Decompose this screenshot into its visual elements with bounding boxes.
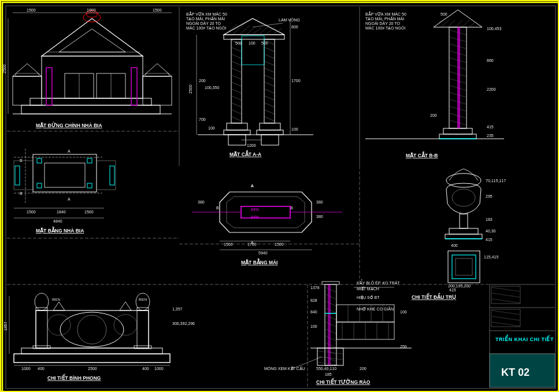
svg-rect-198	[456, 258, 472, 275]
svg-text:MÓNG XEM KẾT CẤU: MÓNG XEM KẾT CẤU	[264, 366, 305, 371]
svg-text:A: A	[68, 197, 71, 201]
svg-text:235: 235	[487, 134, 494, 138]
svg-text:1500: 1500	[27, 210, 36, 214]
label-chi-tiet-tuong-rao: CHI TIẾT TƯỜNG RÀO	[316, 378, 371, 385]
svg-text:100: 100	[291, 127, 298, 131]
svg-text:KẨY BLÔ ÉP, KO TRÁT: KẨY BLÔ ÉP, KO TRÁT	[357, 279, 400, 285]
svg-text:1378: 1378	[310, 286, 320, 290]
svg-text:550,40,110: 550,40,110	[316, 367, 336, 371]
svg-rect-173	[443, 128, 472, 134]
svg-text:1760: 1760	[247, 242, 257, 246]
svg-text:200: 200	[430, 113, 437, 117]
svg-text:MÁC 100# TẠO NGÓI: MÁC 100# TẠO NGÓI	[186, 25, 227, 31]
svg-rect-11	[131, 68, 137, 105]
svg-marker-20	[143, 64, 172, 76]
svg-text:1500: 1500	[224, 242, 233, 246]
drawing-number: KT 02	[501, 367, 530, 378]
svg-text:1700: 1700	[291, 79, 301, 83]
svg-rect-101	[260, 123, 280, 130]
svg-point-206	[77, 315, 106, 344]
svg-rect-34	[37, 183, 42, 188]
svg-rect-21	[16, 73, 39, 76]
svg-text:115,415: 115,415	[484, 255, 498, 259]
svg-line-66	[246, 27, 256, 35]
svg-line-157	[469, 23, 475, 27]
svg-text:TẠO MÁI, PHẦN MÁI: TẠO MÁI, PHẦN MÁI	[186, 16, 225, 21]
svg-rect-71	[224, 35, 284, 39]
svg-text:2200: 2200	[487, 87, 496, 91]
svg-text:A: A	[251, 184, 254, 188]
svg-line-288	[492, 287, 520, 291]
svg-text:828: 828	[310, 298, 317, 302]
svg-line-75	[232, 54, 241, 58]
svg-text:840: 840	[310, 310, 317, 314]
svg-text:NGOÀI DÀY 20 TO: NGOÀI DÀY 20 TO	[365, 21, 400, 25]
svg-line-74	[232, 47, 241, 51]
svg-text:2500: 2500	[188, 84, 192, 94]
svg-line-90	[265, 68, 274, 72]
svg-line-77	[232, 68, 241, 72]
svg-text:185: 185	[325, 372, 332, 376]
svg-text:NGOÀI DÀY 20 TO: NGOÀI DÀY 20 TO	[186, 21, 221, 25]
svg-rect-105	[261, 135, 279, 145]
svg-text:200: 200	[360, 367, 367, 371]
svg-point-207	[47, 315, 71, 335]
svg-point-188	[452, 189, 475, 206]
svg-rect-17	[13, 76, 42, 105]
svg-text:400: 400	[451, 243, 458, 247]
svg-text:LAM VÒNG: LAM VÒNG	[279, 17, 300, 22]
svg-line-79	[232, 82, 241, 86]
svg-text:MIẾT MẠCH: MIẾT MẠCH	[357, 286, 379, 291]
svg-line-84	[232, 117, 241, 121]
svg-rect-130	[241, 206, 290, 218]
label-trien-khai: TRIỂN KHAI CHI TIẾT	[495, 334, 554, 342]
svg-line-76	[232, 61, 241, 65]
svg-text:1,357: 1,357	[172, 307, 183, 311]
svg-rect-47	[110, 166, 114, 185]
svg-line-61	[253, 23, 283, 27]
svg-text:100,350: 100,350	[205, 86, 219, 90]
svg-rect-36	[45, 163, 85, 187]
svg-rect-0	[2, 2, 559, 392]
svg-rect-100	[224, 130, 250, 135]
svg-text:100: 100	[249, 41, 256, 45]
svg-text:400: 400	[142, 367, 149, 371]
svg-text:BIEN: BIEN	[52, 298, 60, 301]
label-chi-tiet-dau-tru: CHI TIẾT ĐẦU TRỤ	[412, 293, 456, 300]
svg-text:250: 250	[400, 345, 407, 349]
svg-text:4840: 4840	[53, 219, 62, 223]
svg-text:B: B	[20, 191, 23, 195]
svg-line-156	[462, 20, 469, 27]
svg-text:TẠO MÁI, PHẦN MÁI: TẠO MÁI, PHẦN MÁI	[365, 16, 404, 21]
svg-text:700: 700	[199, 117, 206, 121]
svg-text:380: 380	[316, 215, 323, 219]
svg-line-152	[436, 20, 442, 25]
svg-text:415: 415	[487, 125, 494, 129]
svg-rect-3	[21, 105, 160, 114]
svg-point-205	[60, 312, 124, 347]
svg-text:295: 295	[486, 194, 493, 198]
svg-rect-247	[328, 284, 331, 365]
svg-rect-1	[6, 6, 556, 389]
svg-line-292	[492, 310, 520, 315]
svg-rect-176	[457, 27, 460, 128]
svg-text:70,115,117: 70,115,117	[486, 179, 506, 183]
svg-line-67	[253, 28, 261, 34]
svg-line-155	[456, 20, 462, 27]
svg-text:1200: 1200	[247, 143, 256, 147]
svg-point-208	[114, 315, 137, 335]
svg-line-93	[265, 89, 274, 93]
svg-line-88	[265, 54, 274, 58]
svg-text:300,392,296: 300,392,296	[172, 321, 195, 326]
svg-marker-12	[42, 19, 143, 56]
svg-line-68	[260, 27, 268, 34]
svg-rect-186	[449, 228, 478, 234]
svg-text:1857: 1857	[3, 321, 8, 331]
svg-text:84%: 84%	[251, 208, 259, 212]
svg-text:380: 380	[198, 200, 205, 204]
svg-line-290	[492, 299, 520, 303]
svg-line-87	[265, 47, 274, 51]
svg-text:B: B	[20, 158, 23, 162]
cad-drawing: 1500 1900 1500 2500 MẶT ĐỨNG CHÍNH NHÀ B…	[1, 1, 559, 392]
svg-rect-249	[322, 282, 339, 284]
